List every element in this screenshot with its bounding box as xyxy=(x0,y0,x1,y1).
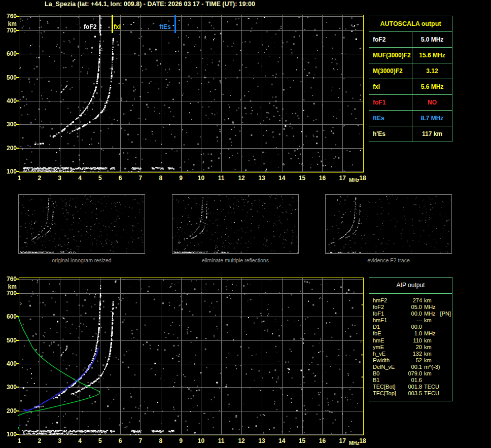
bottom-plot-x-tick-label: 17 xyxy=(337,438,348,444)
thumbnail-evidence-canvas xyxy=(326,195,451,253)
aip-row-unit: km xyxy=(424,297,432,304)
aip-table-header: AIP output xyxy=(369,278,452,294)
bottom-plot-x-tick-label: 6 xyxy=(115,438,126,444)
aip-row-h_vE: h_vE132km xyxy=(373,351,452,357)
top-plot-x-tick-label: 11 xyxy=(216,175,227,182)
top-plot-x-tick-label: 9 xyxy=(176,175,187,182)
aip-row-unit: km xyxy=(424,344,432,351)
top-plot-x-tick-label: 1 xyxy=(14,175,25,182)
top-plot-x-tick-label: 15 xyxy=(297,175,308,182)
aip-row-value: --- xyxy=(402,317,422,324)
top-plot-y-tick-label: 300 xyxy=(1,121,17,128)
top-plot-y-tick-label: 200 xyxy=(1,145,17,152)
top-plot-x-tick-label: 6 xyxy=(115,175,126,182)
page-title: La_Spezia (lat: +44.1, lon: 009.8) - DAT… xyxy=(45,1,255,8)
top-plot-x-tick-label: 17 xyxy=(337,175,348,182)
bottom-plot-y-tick-label: 600 xyxy=(1,313,17,320)
aip-row-value: 001.8 xyxy=(402,384,422,390)
top-plot-y-tick-label: 760 xyxy=(1,13,17,20)
autoscala-table-header: AUTOSCALA output xyxy=(369,16,452,32)
aip-row-label: TEC[Bot] xyxy=(373,384,402,390)
autoscala-row-M(3000)F2: M(3000)F23.12 xyxy=(369,63,452,79)
top-plot-x-tick-label: 12 xyxy=(236,175,247,182)
autoscala-row-value: 5.6 MHz xyxy=(412,79,452,94)
bottom-plot-x-tick-label: 14 xyxy=(276,438,288,444)
bottom-plot-x-tick-label: 15 xyxy=(297,438,308,444)
autoscala-row-value: 15.6 MHz xyxy=(412,48,452,63)
bottom-plot-y-tick-label: 100 xyxy=(1,431,17,438)
autoscala-row-value: NO xyxy=(412,95,452,110)
autoscala-row-label: M(3000)F2 xyxy=(369,63,412,79)
top-plot-y-tick-label: 500 xyxy=(1,74,17,81)
aip-row-B0: B0079.0km xyxy=(373,370,452,377)
autoscala-row-label: foF1 xyxy=(369,95,412,110)
top-plot-x-tick-label: 4 xyxy=(75,175,86,182)
thumbnail-eliminate-reflections xyxy=(172,194,299,254)
bottom-plot-y-tick-label: 700 xyxy=(1,290,17,297)
aip-row-label: B1 xyxy=(373,377,402,384)
autoscala-row-foF2: foF25.0 MHz xyxy=(369,32,452,48)
autoscala-row-foF1: foF1NO xyxy=(369,95,452,111)
bottom-plot-y-tick-label: 500 xyxy=(1,337,17,344)
aip-row-hmF2: hmF2274km xyxy=(373,297,452,304)
aip-row-unit: TECU xyxy=(424,390,439,397)
aip-row-hmF1: hmF1---km xyxy=(373,317,452,324)
aip-row-label: hmF2 xyxy=(373,297,402,304)
bottom-plot-y-unit-label: km xyxy=(1,283,17,290)
aip-row-unit: MHz xyxy=(424,311,436,317)
autoscala-row-value: 8.7 MHz xyxy=(412,111,452,126)
aip-row-note: [PN] xyxy=(440,311,451,317)
top-plot-x-tick-label: 8 xyxy=(155,175,166,182)
top-plot-x-tick-label: 14 xyxy=(276,175,288,182)
aip-row-unit: km xyxy=(424,351,432,357)
top-plot-x-tick-label: 16 xyxy=(317,175,328,182)
autoscala-row-h'Es: h'Es117 km xyxy=(369,126,452,142)
top-plot-x-tick-label: 2 xyxy=(34,175,45,182)
autoscala-row-label: fxI xyxy=(369,79,412,94)
thumbnail-original-canvas xyxy=(19,195,145,253)
bottom-plot-x-tick-label: 8 xyxy=(155,438,166,444)
top-plot-x-unit-label: MHz xyxy=(349,178,360,183)
aip-row-value: 01.6 xyxy=(402,377,422,384)
aip-row-TEC[Bot]: TEC[Bot]001.8TECU xyxy=(373,384,452,390)
autoscala-row-label: ftEs xyxy=(369,111,412,126)
bottom-plot-x-tick-label: 11 xyxy=(216,438,227,444)
aip-row-hmE: hmE110km xyxy=(373,337,452,344)
bottom-plot-x-tick-label: 16 xyxy=(317,438,328,444)
aip-row-label: hmF1 xyxy=(373,317,402,324)
aip-row-value: 1.0 xyxy=(402,330,422,337)
aip-row-label: TEC[Top] xyxy=(373,390,402,397)
autoscala-output-screen: { "title": "La_Spezia (lat: +44.1, lon: … xyxy=(0,0,491,448)
aip-row-label: B0 xyxy=(373,370,402,377)
bottom-plot-x-tick-label: 13 xyxy=(256,438,267,444)
thumbnail-evidence-f2 xyxy=(325,194,452,254)
bottom-plot-x-tick-label: 1 xyxy=(14,438,25,444)
aip-row-D1: D100.0 xyxy=(373,324,452,330)
aip-row-value: 132 xyxy=(402,351,422,357)
autoscala-row-value: 3.12 xyxy=(412,63,452,79)
top-plot-x-tick-label: 10 xyxy=(195,175,206,182)
top-plot-x-tick-label: 13 xyxy=(256,175,267,182)
aip-row-foE: foE1.0MHz xyxy=(373,330,452,337)
aip-row-value: 00.0 xyxy=(402,324,422,330)
aip-row-unit: m^(-3) xyxy=(424,364,440,370)
aip-output-table: AIP output hmF2274kmfoF205.0MHzfoF100.0M… xyxy=(369,277,452,401)
bottom-plot-x-tick-label: 10 xyxy=(195,438,206,444)
autoscala-output-table: AUTOSCALA output foF25.0 MHzMUF(3000)F21… xyxy=(369,16,452,142)
autoscala-row-label: MUF(3000)F2 xyxy=(369,48,412,63)
aip-row-ymE: ymE20km xyxy=(373,344,452,351)
autoscala-row-ftEs: ftEs8.7 MHz xyxy=(369,111,452,126)
marker-label-foF2: foF2 xyxy=(84,23,96,30)
bottom-plot-y-tick-label: 200 xyxy=(1,407,17,415)
top-plot-y-tick-label: 100 xyxy=(1,168,17,175)
aip-row-value: 05.0 xyxy=(402,304,422,311)
aip-row-label: ymE xyxy=(373,344,402,351)
top-plot-y-tick-label: 600 xyxy=(1,50,17,57)
bottom-plot-x-unit-label: MHz xyxy=(349,440,360,446)
aip-row-value: 003.5 xyxy=(402,390,422,397)
bottom-plot-x-tick-label: 5 xyxy=(94,438,106,444)
bottom-plot-y-tick-label: 300 xyxy=(1,384,17,391)
aip-row-label: foF1 xyxy=(373,311,402,317)
top-plot-y-unit-label: km xyxy=(1,20,17,27)
aip-row-label: hmE xyxy=(373,337,402,344)
